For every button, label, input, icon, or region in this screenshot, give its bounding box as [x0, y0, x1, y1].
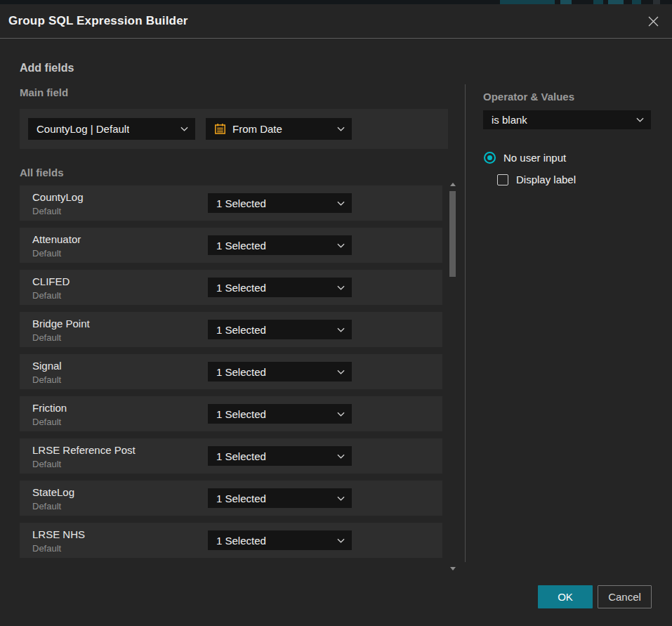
field-values-dropdown[interactable]: 1 Selected — [208, 320, 352, 339]
field-name: LRSE Reference Post — [32, 444, 136, 456]
fields-list-scrollbar[interactable] — [448, 181, 458, 572]
no-user-input-label: No user input — [503, 152, 566, 164]
chevron-down-icon — [331, 126, 345, 131]
no-user-input-option[interactable]: No user input — [484, 152, 566, 164]
field-row: Bridge Point Default 1 Selected — [20, 312, 442, 347]
dialog-header: Group SQL Expression Builder — [0, 4, 672, 39]
field-subtitle: Default — [32, 417, 67, 427]
field-values-dropdown[interactable]: 1 Selected — [208, 235, 352, 255]
field-row: Attenuator Default 1 Selected — [20, 228, 442, 263]
scroll-down-icon[interactable] — [450, 567, 456, 570]
field-values-dropdown-value: 1 Selected — [216, 197, 266, 209]
field-name: Signal — [32, 360, 62, 372]
field-subtitle: Default — [32, 332, 90, 343]
field-values-dropdown-value: 1 Selected — [216, 240, 266, 252]
operator-values-label: Operator & Values — [483, 91, 574, 103]
checkbox-unchecked-icon[interactable] — [497, 174, 508, 185]
field-values-dropdown-value: 1 Selected — [216, 450, 266, 462]
field-values-dropdown[interactable]: 1 Selected — [208, 488, 352, 508]
field-values-dropdown-value: 1 Selected — [216, 408, 266, 420]
chevron-down-icon — [331, 370, 345, 374]
field-row: LRSE Reference Post Default 1 Selected — [20, 438, 442, 474]
field-subtitle: Default — [32, 374, 62, 385]
main-field-layer-dropdown-value: CountyLog | Default — [37, 123, 129, 135]
field-name: Bridge Point — [32, 318, 90, 330]
field-values-dropdown[interactable]: 1 Selected — [208, 446, 352, 466]
all-fields-list: CountyLog Default 1 Selected Attenuator … — [20, 185, 442, 565]
field-values-dropdown[interactable]: 1 Selected — [208, 404, 352, 424]
field-values-dropdown-value: 1 Selected — [216, 535, 266, 547]
field-values-dropdown-value: 1 Selected — [216, 493, 266, 504]
field-subtitle: Default — [32, 459, 136, 469]
chevron-down-icon — [331, 412, 345, 417]
chevron-down-icon — [331, 327, 345, 332]
field-subtitle: Default — [32, 290, 70, 301]
display-label-label: Display label — [516, 174, 576, 185]
chevron-down-icon — [331, 201, 345, 206]
radio-selected-icon[interactable] — [484, 152, 496, 164]
operator-dropdown-value: is blank — [492, 114, 527, 126]
add-fields-heading: Add fields — [20, 62, 74, 74]
field-name: Attenuator — [32, 233, 81, 245]
field-row: Friction Default 1 Selected — [20, 396, 442, 431]
ok-button[interactable]: OK — [538, 585, 593, 608]
field-row-text: Friction Default — [32, 402, 67, 427]
chevron-down-icon — [331, 243, 345, 248]
field-row: Signal Default 1 Selected — [20, 354, 442, 389]
field-values-dropdown-value: 1 Selected — [216, 324, 266, 336]
main-field-field-dropdown[interactable]: From Date — [206, 118, 352, 140]
main-field-label: Main field — [20, 86, 68, 98]
field-values-dropdown[interactable]: 1 Selected — [208, 530, 352, 550]
panel-divider — [465, 84, 466, 562]
chevron-down-icon — [331, 496, 345, 501]
chevron-down-icon — [631, 117, 644, 122]
field-name: CountyLog — [32, 191, 84, 203]
field-row-text: CountyLog Default — [32, 191, 84, 216]
chevron-down-icon — [175, 126, 188, 131]
chevron-down-icon — [331, 285, 345, 290]
field-row: CLIFED Default 1 Selected — [20, 270, 442, 305]
field-values-dropdown-value: 1 Selected — [216, 366, 266, 378]
field-row-text: CLIFED Default — [32, 275, 70, 301]
main-field-panel: CountyLog | Default From Date — [20, 109, 448, 149]
field-subtitle: Default — [32, 248, 81, 259]
field-values-dropdown[interactable]: 1 Selected — [208, 278, 352, 297]
field-values-dropdown[interactable]: 1 Selected — [208, 362, 352, 382]
field-name: Friction — [32, 402, 67, 414]
scroll-up-icon[interactable] — [450, 183, 456, 186]
field-values-dropdown[interactable]: 1 Selected — [208, 193, 352, 213]
field-values-dropdown-value: 1 Selected — [216, 282, 266, 294]
field-row-text: Bridge Point Default — [32, 318, 90, 343]
field-subtitle: Default — [32, 543, 85, 554]
field-row-text: LRSE NHS Default — [32, 528, 85, 554]
chevron-down-icon — [331, 454, 345, 459]
field-name: LRSE NHS — [32, 528, 85, 540]
calendar-date-icon — [214, 123, 226, 135]
field-subtitle: Default — [32, 206, 84, 216]
field-name: CLIFED — [32, 275, 70, 287]
field-row: LRSE NHS Default 1 Selected — [20, 523, 442, 558]
field-row-text: Signal Default — [32, 360, 62, 385]
all-fields-label: All fields — [20, 167, 64, 178]
group-sql-expression-builder-dialog: Group SQL Expression Builder Add fields … — [0, 4, 672, 626]
display-label-option[interactable]: Display label — [497, 174, 576, 185]
dialog-title: Group SQL Expression Builder — [8, 14, 188, 28]
main-field-layer-dropdown[interactable]: CountyLog | Default — [28, 118, 195, 140]
field-subtitle: Default — [32, 501, 74, 511]
cancel-button[interactable]: Cancel — [598, 585, 652, 608]
operator-dropdown[interactable]: is blank — [483, 110, 651, 129]
field-row: StateLog Default 1 Selected — [20, 481, 442, 516]
chevron-down-icon — [331, 538, 345, 543]
field-row-text: StateLog Default — [32, 486, 74, 511]
field-row: CountyLog Default 1 Selected — [20, 185, 442, 221]
field-name: StateLog — [32, 486, 74, 498]
main-field-field-dropdown-value: From Date — [232, 123, 282, 135]
field-row-text: LRSE Reference Post Default — [32, 444, 136, 469]
field-row-text: Attenuator Default — [32, 233, 81, 259]
close-icon[interactable] — [645, 13, 661, 29]
scrollbar-thumb[interactable] — [449, 191, 456, 277]
